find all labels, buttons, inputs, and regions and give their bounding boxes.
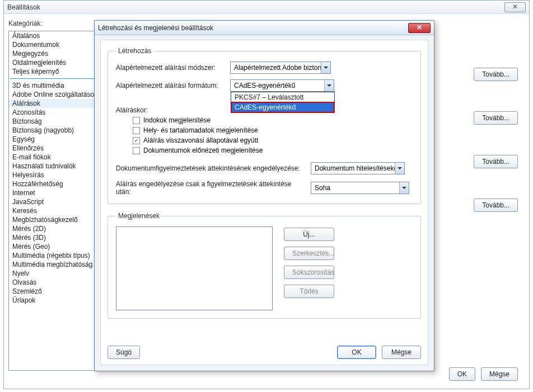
checkbox-row-revocation: Aláírás visszavonási állapotával együtt bbox=[133, 136, 413, 144]
checkbox-revocation[interactable] bbox=[133, 137, 140, 144]
category-item[interactable]: Általános bbox=[9, 31, 97, 40]
category-item[interactable]: Nyelv bbox=[9, 269, 97, 278]
category-item[interactable]: Mérés (Geo) bbox=[9, 242, 97, 251]
checkbox-revocation-label: Aláírás visszavonási állapotával együtt bbox=[143, 136, 258, 144]
row-doc-warnings: Dokumentumfigyelmeztetések áttekintéséne… bbox=[116, 162, 413, 174]
category-item[interactable]: Keresés bbox=[9, 206, 97, 215]
close-icon: ✕ bbox=[512, 3, 518, 11]
appearances-body: Új... Szerkesztés... Sokszorosítás Törlé… bbox=[116, 226, 413, 310]
creation-group-title: Létrehozás bbox=[116, 47, 153, 55]
dropdown-option[interactable]: PKCS#7 – Leválasztott bbox=[231, 92, 334, 102]
dialog-close-button[interactable]: ✕ bbox=[408, 23, 431, 33]
checkbox-reasons-label: Indokok megjelenítése bbox=[143, 116, 211, 124]
appearances-buttons: Új... Szerkesztés... Sokszorosítás Törlé… bbox=[284, 226, 334, 310]
more-button[interactable]: Tovább... bbox=[474, 199, 518, 212]
outer-bottom-buttons: OK Mégse bbox=[449, 367, 518, 381]
appearances-group-title: Megjelenések bbox=[116, 212, 162, 220]
checkbox-row-preview: Dokumentumok előnézeti megjelenítése bbox=[133, 147, 413, 154]
appearances-group: Megjelenések Új... Szerkesztés... Sokszo… bbox=[107, 212, 421, 319]
edit-appearance-button[interactable]: Szerkesztés... bbox=[284, 247, 334, 260]
category-item[interactable]: Űrlapok bbox=[9, 296, 97, 305]
category-item[interactable]: Szemléző bbox=[9, 287, 97, 296]
combo-signing-method[interactable]: Alapértelmezett Adobe bizton bbox=[230, 62, 331, 74]
duplicate-appearance-button[interactable]: Sokszorosítás bbox=[284, 266, 334, 279]
outer-titlebar: Beállítások ✕ bbox=[4, 1, 529, 14]
category-item[interactable]: JavaScript bbox=[9, 197, 97, 206]
outer-ok-button[interactable]: OK bbox=[449, 367, 475, 381]
dropdown-option[interactable]: CAdES-egyenértékű bbox=[231, 102, 334, 112]
creation-appearance-dialog: Létrehozási és megjelenési beállítások ✕… bbox=[94, 20, 434, 371]
category-item[interactable]: Internet bbox=[9, 188, 97, 197]
dialog-titlebar: Létrehozási és megjelenési beállítások ✕ bbox=[95, 21, 434, 35]
dialog-title: Létrehozási és megjelenési beállítások bbox=[98, 24, 408, 32]
more-button[interactable]: Tovább... bbox=[474, 68, 518, 81]
category-item[interactable]: E-mail fiókok bbox=[9, 153, 97, 162]
category-item[interactable]: Ellenőrzés bbox=[9, 144, 97, 153]
chevron-down-icon bbox=[321, 62, 330, 73]
checkbox-reasons[interactable] bbox=[133, 117, 140, 124]
checkbox-row-location: Hely- és tartalomadatok megjelenítése bbox=[133, 126, 413, 134]
category-item[interactable]: Teljes képernyő bbox=[9, 67, 97, 76]
combo-signing-format[interactable]: CAdES-egyenértékű PKCS#7 – LeválasztottC… bbox=[230, 79, 334, 92]
category-item[interactable]: Hozzáférhetőség bbox=[9, 180, 97, 188]
outer-right-buttons: Tovább...Tovább...Tovább...Tovább... bbox=[474, 68, 518, 212]
dialog-body: Létrehozás Alapértelmezett aláírási móds… bbox=[100, 40, 428, 365]
creation-group: Létrehozás Alapértelmezett aláírási móds… bbox=[107, 47, 421, 204]
category-item[interactable]: Dokumentumok bbox=[9, 40, 97, 49]
category-item[interactable]: Mérés (3D) bbox=[9, 233, 97, 242]
label-signing-method: Alapértelmezett aláírási módszer: bbox=[116, 64, 226, 72]
category-item[interactable]: Mérés (2D) bbox=[9, 224, 97, 233]
categories-list[interactable]: ÁltalánosDokumentumokMegjegyzésOldalmegj… bbox=[8, 31, 98, 371]
category-item[interactable]: Megjegyzés bbox=[9, 49, 97, 58]
dialog-bottom-buttons: Súgó OK Mégse bbox=[107, 346, 421, 359]
label-signing-format: Alapértelmezett aláírási formátum: bbox=[116, 82, 226, 89]
category-item[interactable]: Egység bbox=[9, 135, 97, 144]
category-item[interactable]: Biztonság bbox=[9, 117, 97, 126]
delete-appearance-button[interactable]: Törlés bbox=[284, 285, 334, 298]
label-doc-warnings: Dokumentumfigyelmeztetések áttekintéséne… bbox=[116, 164, 306, 172]
appearances-listbox[interactable] bbox=[116, 226, 273, 310]
dialog-ok-button[interactable]: OK bbox=[337, 346, 376, 359]
checkbox-preview[interactable] bbox=[133, 147, 140, 154]
category-item[interactable]: Azonosítás bbox=[9, 108, 97, 117]
combo-allow-sign-only[interactable]: Soha bbox=[311, 182, 409, 194]
outer-cancel-button[interactable]: Mégse bbox=[481, 367, 518, 381]
outer-window-title: Beállítások bbox=[7, 3, 504, 11]
help-button[interactable]: Súgó bbox=[107, 346, 140, 359]
combo-signing-format-value: CAdES-egyenértékű bbox=[231, 82, 324, 89]
checkbox-location[interactable] bbox=[133, 127, 140, 134]
more-button[interactable]: Tovább... bbox=[474, 111, 518, 125]
checkbox-preview-label: Dokumentumok előnézeti megjelenítése bbox=[143, 147, 263, 154]
combo-signing-format-dropdown[interactable]: PKCS#7 – LeválasztottCAdES-egyenértékű bbox=[231, 92, 335, 113]
combo-doc-warnings-value: Dokumentum hitelesítésekor bbox=[311, 164, 395, 172]
chevron-down-icon bbox=[324, 80, 334, 91]
category-item[interactable]: Megbízhatóságkezelő bbox=[9, 215, 97, 224]
category-item[interactable]: Olvasás bbox=[9, 278, 97, 287]
row-allow-sign-only: Aláírás engedélyezése csak a figyelmezte… bbox=[116, 180, 413, 196]
chevron-down-icon bbox=[399, 182, 409, 193]
category-item[interactable]: Aláírások bbox=[9, 99, 97, 108]
checkbox-row-reasons: Indokok megjelenítése bbox=[133, 116, 413, 124]
combo-doc-warnings[interactable]: Dokumentum hitelesítésekor bbox=[311, 162, 405, 174]
more-button[interactable]: Tovább... bbox=[474, 155, 518, 168]
row-signing-method: Alapértelmezett aláírási módszer: Alapér… bbox=[116, 62, 413, 74]
category-item[interactable]: Helyesírás bbox=[9, 171, 97, 180]
combo-allow-sign-only-value: Soha bbox=[311, 184, 399, 192]
category-item[interactable]: Adobe Online szolgáltatások bbox=[9, 90, 97, 99]
label-when-signing: Aláíráskor: bbox=[116, 106, 148, 114]
dialog-cancel-button[interactable]: Mégse bbox=[382, 346, 421, 359]
category-item[interactable]: 3D és multimédia bbox=[9, 81, 97, 90]
label-allow-sign-only: Aláírás engedélyezése csak a figyelmezte… bbox=[116, 180, 306, 196]
outer-close-button[interactable]: ✕ bbox=[504, 2, 526, 12]
category-item[interactable]: Használati tudnivalók bbox=[9, 162, 97, 171]
combo-signing-method-value: Alapértelmezett Adobe bizton bbox=[231, 64, 321, 72]
checkbox-location-label: Hely- és tartalomadatok megjelenítése bbox=[143, 126, 258, 134]
category-divider bbox=[10, 78, 96, 79]
category-item[interactable]: Multimédia megbízhatóság bbox=[9, 260, 97, 269]
category-item[interactable]: Multimédia (régebbi típus) bbox=[9, 251, 97, 260]
category-item[interactable]: Biztonság (nagyobb) bbox=[9, 126, 97, 135]
row-signing-format: Alapértelmezett aláírási formátum: CAdES… bbox=[116, 79, 413, 92]
new-appearance-button[interactable]: Új... bbox=[284, 228, 334, 241]
chevron-down-icon bbox=[395, 163, 404, 174]
category-item[interactable]: Oldalmegjelenítés bbox=[9, 58, 97, 67]
